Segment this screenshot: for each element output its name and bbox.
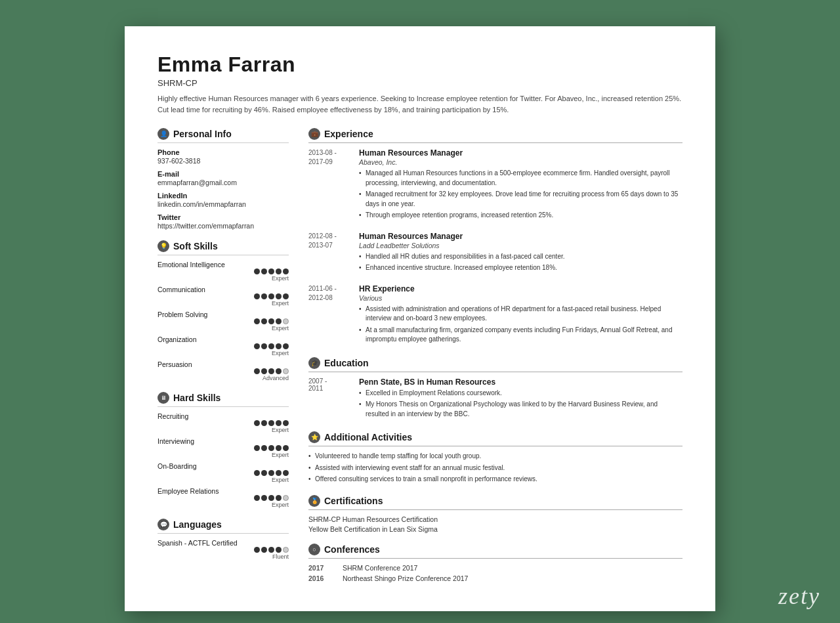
dot-filled xyxy=(261,445,267,451)
skill-level: Advanced xyxy=(158,375,289,381)
dot-filled xyxy=(261,343,267,349)
skill-dots xyxy=(158,495,289,501)
skill-row: Organization Expert xyxy=(158,335,289,356)
linkedin-label: LinkedIn xyxy=(158,192,289,200)
activities-icon: ⭐ xyxy=(308,431,320,443)
exp-bullet: Managed recruitment for 32 key employees… xyxy=(359,190,682,209)
hard-skills-icon: 🖥 xyxy=(158,392,169,404)
experience-entry: 2013-08 -2017-09 Human Resources Manager… xyxy=(308,148,682,223)
skill-row: On-Boarding Expert xyxy=(158,462,289,483)
skill-row: Emotional Intelligence Expert xyxy=(158,261,289,282)
skill-level: Expert xyxy=(158,325,289,332)
dot-filled xyxy=(254,445,260,451)
exp-dates: 2011-06 -2012-08 xyxy=(308,284,351,347)
skill-level: Expert xyxy=(158,300,289,307)
candidate-summary: Highly effective Human Resources manager… xyxy=(158,93,682,115)
experience-entry: 2012-08 -2013-07 Human Resources Manager… xyxy=(308,232,682,275)
dot-filled xyxy=(283,293,289,299)
exp-content: Human Resources Manager Ladd Leadbetter … xyxy=(359,232,682,275)
phone-label: Phone xyxy=(158,148,289,156)
candidate-title: SHRM-CP xyxy=(158,78,682,88)
education-section-header: 🎓 Education xyxy=(308,357,682,372)
dot-filled xyxy=(268,318,274,324)
personal-info-title: Personal Info xyxy=(173,129,232,139)
skill-dots xyxy=(158,445,289,451)
conferences-title: Conferences xyxy=(324,544,380,555)
certifications-content: SHRM-CP Human Resources CertificationYel… xyxy=(308,515,682,533)
dot-filled xyxy=(283,445,289,451)
languages-icon: 💬 xyxy=(158,519,169,530)
skill-dots xyxy=(158,318,289,324)
dot-filled xyxy=(261,420,267,426)
skill-dots xyxy=(158,368,289,374)
skill-dots xyxy=(158,293,289,299)
dot-filled xyxy=(254,547,260,553)
dot-filled xyxy=(276,495,282,501)
email-label: E-mail xyxy=(158,170,289,178)
edu-bullet: Excelled in Employment Relations coursew… xyxy=(359,389,682,398)
language-row: Spanish - ACTFL Certified Fluent xyxy=(158,539,289,560)
experience-icon: 💼 xyxy=(308,128,320,140)
dot-filled xyxy=(283,343,289,349)
education-content: 2007 -2011 Penn State, BS in Human Resou… xyxy=(308,377,682,421)
conferences-content: 2017 SHRM Conference 2017 2016 Northeast… xyxy=(308,564,682,582)
soft-skills-title: Soft Skills xyxy=(173,241,218,251)
education-title: Education xyxy=(324,358,369,368)
personal-info-content: Phone 937-602-3818 E-mail emmapfarran@gm… xyxy=(158,148,289,230)
dot-filled xyxy=(283,470,289,476)
exp-job-title: Human Resources Manager xyxy=(359,232,682,241)
twitter-value: https://twitter.com/emmapfarran xyxy=(158,222,289,230)
resume-header: Emma Farran SHRM-CP Highly effective Hum… xyxy=(158,53,682,115)
edu-bullets: Excelled in Employment Relations coursew… xyxy=(359,389,682,419)
dot-filled xyxy=(254,368,260,374)
dot-filled xyxy=(261,470,267,476)
edu-bullet: My Honors Thesis on Organizational Psych… xyxy=(359,400,682,419)
exp-bullet: At a small manufacturing firm, organized… xyxy=(359,326,682,345)
dot-filled xyxy=(283,420,289,426)
skill-level: Expert xyxy=(158,452,289,458)
hard-skills-section-header: 🖥 Hard Skills xyxy=(158,392,289,407)
two-column-layout: 👤 Personal Info Phone 937-602-3818 E-mai… xyxy=(158,128,682,585)
conferences-section-header: ○ Conferences xyxy=(308,544,682,559)
exp-bullets: Managed all Human Resources functions in… xyxy=(359,169,682,221)
skill-name: Emotional Intelligence xyxy=(158,261,289,269)
dot-filled xyxy=(254,318,260,324)
dot-empty xyxy=(283,547,289,553)
dot-filled xyxy=(261,495,267,501)
dot-filled xyxy=(254,420,260,426)
dot-empty xyxy=(283,318,289,324)
dot-filled xyxy=(276,318,282,324)
exp-dates: 2013-08 -2017-09 xyxy=(308,148,351,223)
edu-dates: 2007 -2011 xyxy=(308,377,351,421)
exp-company: Ladd Leadbetter Solutions xyxy=(359,242,682,249)
exp-job-title: HR Experience xyxy=(359,284,682,293)
dot-filled xyxy=(268,470,274,476)
dot-empty xyxy=(283,368,289,374)
page-wrapper: Emma Farran SHRM-CP Highly effective Hum… xyxy=(125,26,715,611)
skill-row: Interviewing Expert xyxy=(158,437,289,458)
activity-bullet: Volunteered to handle temp staffing for … xyxy=(308,452,682,462)
twitter-label: Twitter xyxy=(158,213,289,221)
conference-entry: 2017 SHRM Conference 2017 xyxy=(308,564,682,572)
skill-level: Expert xyxy=(158,427,289,433)
conference-year: 2016 xyxy=(308,574,335,582)
activity-bullet: Offered consulting services to train a s… xyxy=(308,475,682,484)
activity-bullet: Assisted with interviewing event staff f… xyxy=(308,463,682,473)
skill-row: Problem Solving Expert xyxy=(158,311,289,332)
dot-filled xyxy=(276,470,282,476)
certification-item: SHRM-CP Human Resources Certification xyxy=(308,515,682,523)
skill-dots xyxy=(158,420,289,426)
dot-filled xyxy=(261,547,267,553)
exp-bullets: Handled all HR duties and responsibiliti… xyxy=(359,252,682,273)
skill-name: Recruiting xyxy=(158,412,289,420)
activities-section-header: ⭐ Additional Activities xyxy=(308,431,682,446)
exp-company: Abaveo, Inc. xyxy=(359,158,682,166)
experience-title: Experience xyxy=(324,129,373,139)
skill-name: Interviewing xyxy=(158,437,289,445)
edu-content: Penn State, BS in Human Resources Excell… xyxy=(359,377,682,421)
education-entry: 2007 -2011 Penn State, BS in Human Resou… xyxy=(308,377,682,421)
dot-filled xyxy=(261,269,267,274)
dot-filled xyxy=(261,368,267,374)
dot-filled xyxy=(276,420,282,426)
exp-bullet: Handled all HR duties and responsibiliti… xyxy=(359,252,682,262)
